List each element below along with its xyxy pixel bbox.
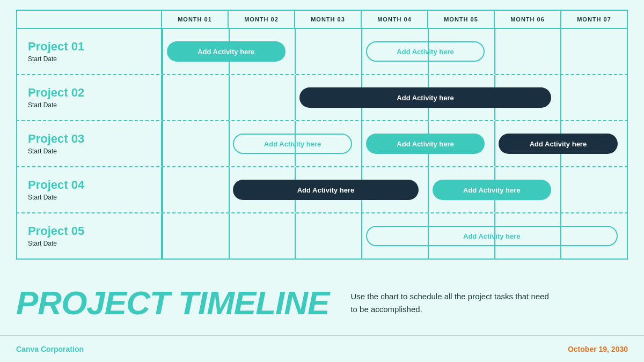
month-header-3: MONTH 03: [295, 11, 362, 29]
month-header-5: MONTH 05: [428, 11, 495, 29]
main-content: MONTH 01MONTH 02MONTH 03MONTH 04MONTH 05…: [0, 0, 644, 319]
project-label-2: Project 02Start Date: [17, 75, 162, 120]
activity-bar-1-2[interactable]: Add Activity here: [366, 41, 485, 62]
project-name-5: Project 05: [28, 225, 150, 238]
project-start-4: Start Date: [28, 194, 150, 201]
timeline-title: PROJECT TIMELINE: [16, 286, 329, 320]
project-name-1: Project 01: [28, 40, 150, 53]
month-header-4: MONTH 04: [362, 11, 428, 29]
month-header-7: MONTH 07: [561, 11, 628, 29]
gantt-header: MONTH 01MONTH 02MONTH 03MONTH 04MONTH 05…: [16, 10, 628, 29]
gantt-body: Project 01Start DateAdd Activity hereAdd…: [16, 29, 628, 260]
project-start-5: Start Date: [28, 240, 150, 247]
gantt-row-2: Project 02Start DateAdd Activity here: [16, 75, 628, 121]
month-header-2: MONTH 02: [229, 11, 295, 29]
activity-bar-5-1[interactable]: Add Activity here: [366, 226, 618, 246]
header-empty-cell: [17, 11, 162, 29]
gantt-row-5: Project 05Start DateAdd Activity here: [16, 213, 628, 260]
project-name-4: Project 04: [28, 179, 150, 191]
footer: Canva Corporation October 19, 2030: [0, 335, 644, 362]
project-label-4: Project 04Start Date: [17, 167, 162, 212]
activity-bar-3-3[interactable]: Add Activity here: [499, 134, 617, 154]
activity-area-2: Add Activity here: [162, 75, 628, 120]
activity-bar-1-1[interactable]: Add Activity here: [167, 41, 286, 62]
gantt-row-4: Project 04Start DateAdd Activity hereAdd…: [16, 167, 628, 213]
activity-bar-3-1[interactable]: Add Activity here: [233, 134, 352, 154]
activity-bar-2-1[interactable]: Add Activity here: [299, 87, 551, 108]
month-header-1: MONTH 01: [162, 11, 229, 29]
activity-bar-3-2[interactable]: Add Activity here: [366, 134, 485, 154]
month-header-6: MONTH 06: [495, 11, 561, 29]
project-name-2: Project 02: [28, 86, 150, 99]
footer-date: October 19, 2030: [568, 345, 628, 353]
project-start-2: Start Date: [28, 101, 150, 109]
footer-company: Canva Corporation: [16, 345, 84, 353]
project-label-5: Project 05Start Date: [17, 213, 162, 258]
project-start-1: Start Date: [28, 55, 150, 63]
activity-area-5: Add Activity here: [162, 213, 628, 258]
gantt-row-1: Project 01Start DateAdd Activity hereAdd…: [16, 29, 628, 75]
gantt-row-3: Project 03Start DateAdd Activity hereAdd…: [16, 121, 628, 167]
activity-bar-4-1[interactable]: Add Activity here: [233, 180, 418, 200]
activity-area-3: Add Activity hereAdd Activity hereAdd Ac…: [162, 121, 628, 166]
gantt-container: MONTH 01MONTH 02MONTH 03MONTH 04MONTH 05…: [16, 10, 628, 319]
activity-area-1: Add Activity hereAdd Activity here: [162, 29, 628, 74]
project-name-3: Project 03: [28, 132, 150, 145]
bottom-section: PROJECT TIMELINE Use the chart to schedu…: [0, 274, 644, 333]
project-label-3: Project 03Start Date: [17, 121, 162, 166]
project-label-1: Project 01Start Date: [17, 29, 162, 74]
project-start-3: Start Date: [28, 147, 150, 155]
timeline-subtitle: Use the chart to schedule all the projec…: [350, 290, 554, 316]
activity-area-4: Add Activity hereAdd Activity here: [162, 167, 628, 212]
activity-bar-4-2[interactable]: Add Activity here: [433, 180, 551, 200]
